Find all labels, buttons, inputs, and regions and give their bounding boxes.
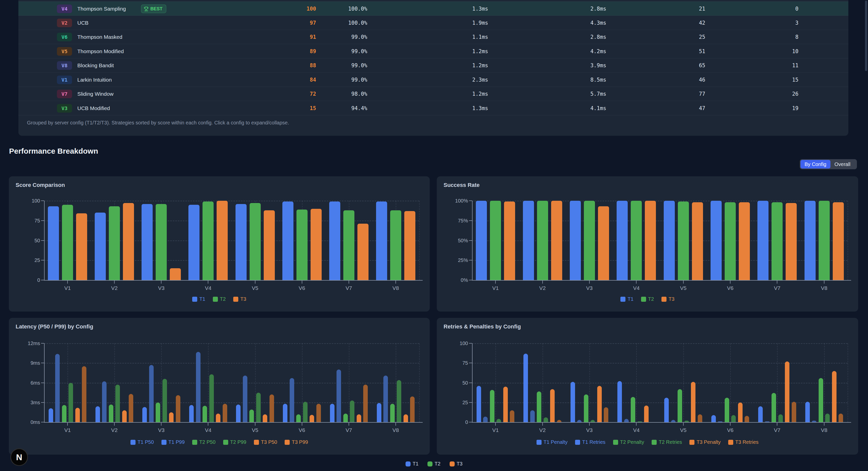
- bar-t2-penalty-v8: [818, 378, 823, 422]
- x-axis-tick: [161, 422, 161, 426]
- table-row[interactable]: V5Thompson Modified8999.0%1.2ms4.2ms5110: [19, 44, 848, 58]
- legend-swatch: [192, 440, 197, 445]
- bar-t2-v2: [537, 201, 548, 280]
- bar-t2-p50-v3: [156, 403, 160, 422]
- x-axis-label: V1: [492, 427, 499, 433]
- x-axis-label: V5: [680, 427, 687, 433]
- y-axis-line: [472, 343, 472, 422]
- bar-t2-v2: [109, 206, 120, 280]
- bar-t2-p50-v4: [203, 406, 207, 422]
- x-axis-tick: [114, 281, 115, 284]
- view-toggle: By Config Overall: [800, 159, 857, 169]
- table-row[interactable]: V8Blocking Bandit8899.0%1.2ms3.9ms6511: [19, 58, 848, 72]
- y-axis-tick: [469, 240, 472, 241]
- retries-cell: 42: [659, 16, 705, 30]
- bar-t3-p50-v5: [263, 414, 267, 422]
- bar-t3-v6: [311, 209, 322, 280]
- x-axis-label: V1: [64, 285, 71, 291]
- x-axis-line: [472, 280, 851, 281]
- success-rate-cell: 99.0%: [321, 58, 367, 72]
- trophy-icon: [144, 6, 149, 11]
- bar-t3-penalty-v2: [550, 389, 555, 422]
- chart-title: Retries & Penalties by Config: [443, 323, 521, 330]
- x-axis-tick: [636, 422, 637, 426]
- bar-t2-v7: [343, 210, 354, 280]
- bar-t2-p50-v5: [249, 410, 254, 422]
- legend-item: T1 P99: [161, 439, 185, 445]
- bar-t3-retries-v3: [604, 407, 608, 422]
- p99-latency-cell: 4.1ms: [560, 101, 606, 115]
- bar-t2-penalty-v3: [584, 395, 588, 422]
- best-badge-label: BEST: [150, 5, 162, 13]
- table-row[interactable]: V3UCB Modified1594.4%1.3ms4.1ms4719: [19, 101, 848, 115]
- bar-t1-retries-v2: [530, 410, 535, 422]
- y-axis-tick: [469, 200, 472, 201]
- bar-t1-v7: [757, 201, 769, 280]
- x-axis-label: V3: [586, 285, 593, 291]
- p50-latency-cell: 2.3ms: [442, 73, 488, 87]
- success-rate-cell: 99.0%: [321, 73, 367, 87]
- penalties-cell: 10: [753, 44, 799, 58]
- legend-swatch: [406, 462, 410, 467]
- bar-t3-p50-v8: [404, 414, 408, 422]
- section-title: Performance Breakdown: [9, 147, 98, 155]
- toggle-by-config[interactable]: By Config: [801, 160, 831, 168]
- score-cell: 15: [270, 101, 316, 115]
- table-row[interactable]: V6Thompson Masked9199.0%1.1ms2.8ms258: [19, 30, 848, 44]
- bar-t1-v6: [711, 201, 722, 280]
- chart-title: Latency (P50 / P99) by Config: [16, 323, 93, 330]
- y-axis-label: 100: [12, 198, 40, 204]
- bar-t1-penalty-v7: [758, 406, 763, 422]
- legend-swatch: [192, 297, 197, 302]
- nextjs-dev-badge[interactable]: N: [10, 448, 28, 466]
- bar-t1-p50-v5: [236, 405, 241, 422]
- bar-t2-v3: [156, 204, 167, 280]
- bar-t2-v1: [490, 201, 501, 280]
- bar-t2-retries-v2: [544, 417, 548, 422]
- x-axis-tick: [495, 422, 496, 426]
- x-axis-label: V7: [346, 427, 352, 433]
- y-axis-line: [44, 343, 44, 422]
- x-axis-label: V3: [158, 427, 164, 433]
- p99-latency-cell: 4.2ms: [560, 44, 606, 58]
- bar-t1-p50-v1: [49, 408, 53, 422]
- table-row[interactable]: V7Sliding Window7298.0%1.2ms5.7ms7726: [19, 87, 848, 101]
- bar-t1-v1: [476, 201, 487, 280]
- legend-swatch: [661, 297, 666, 302]
- bar-t2-p99-v4: [209, 374, 214, 422]
- bar-t2-p50-v2: [109, 405, 113, 422]
- scrollbar-thumb[interactable]: [865, 0, 867, 71]
- strategy-badge: V8: [57, 61, 72, 70]
- table-row[interactable]: V4Thompson SamplingBEST100100.0%1.3ms2.8…: [19, 1, 848, 15]
- p50-latency-cell: 1.9ms: [442, 16, 488, 30]
- y-axis-label: 25: [12, 257, 40, 263]
- table-row[interactable]: V2UCB97100.0%1.9ms4.3ms423: [19, 16, 848, 30]
- score-cell: 97: [270, 16, 316, 30]
- table-row[interactable]: V1Larkin Intuition8499.0%2.3ms8.5ms4615: [19, 73, 848, 87]
- legend-item: T3: [233, 296, 246, 302]
- bar-t2-p99-v3: [162, 379, 167, 422]
- strategy-name: Thompson Masked: [77, 30, 122, 44]
- bar-t2-retries-v4: [638, 421, 642, 422]
- bar-t3-retries-v7: [792, 402, 796, 422]
- h-gridline: [44, 363, 419, 364]
- bar-t3-retries-v5: [698, 414, 702, 422]
- bar-t1-penalty-v3: [570, 382, 575, 422]
- legend-item: T2 P99: [223, 439, 246, 445]
- bar-t2-v5: [678, 201, 689, 280]
- y-axis-tick: [41, 260, 44, 260]
- bar-t3-retries-v1: [510, 410, 514, 422]
- y-axis-label: 100: [440, 341, 468, 346]
- bar-t2-v4: [203, 201, 214, 280]
- toggle-overall[interactable]: Overall: [831, 160, 855, 168]
- x-axis-label: V1: [492, 285, 499, 291]
- h-gridline: [472, 383, 847, 383]
- bar-t1-v3: [142, 204, 153, 280]
- legend-label: T3 P50: [261, 439, 277, 445]
- bar-t3-v1: [76, 213, 87, 280]
- p99-latency-cell: 8.5ms: [560, 73, 606, 87]
- legend-swatch: [254, 440, 259, 445]
- retries-cell: 51: [659, 44, 705, 58]
- bar-t1-retries-v8: [812, 420, 816, 422]
- bar-t1-penalty-v2: [523, 354, 528, 422]
